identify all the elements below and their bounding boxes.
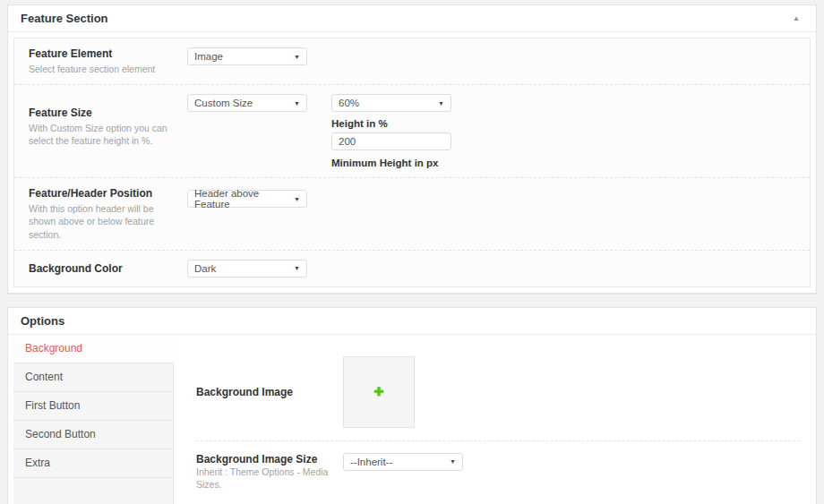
feature-element-row: Feature Element Select feature section e…	[14, 38, 810, 85]
background-image-size-labelblock: Background Image Size Inherit : Theme Op…	[196, 453, 343, 491]
feature-element-select-value: Image	[194, 51, 223, 62]
chevron-down-icon: ▼	[450, 458, 456, 465]
options-tabs: Background Content First Button Second B…	[13, 335, 174, 504]
background-image-upload[interactable]: ✚	[343, 356, 415, 428]
min-height-label: Minimum Height in px	[331, 158, 451, 168]
options-title: Options	[21, 314, 64, 328]
options-tab-content: Background Image ✚ Background Image Size…	[174, 335, 811, 504]
feature-size-row: Feature Size With Custom Size option you…	[14, 85, 810, 178]
chevron-down-icon: ▼	[294, 196, 300, 202]
chevron-down-icon: ▼	[294, 100, 300, 107]
min-height-input[interactable]	[331, 132, 451, 150]
chevron-down-icon: ▼	[294, 54, 300, 60]
tab-extra[interactable]: Extra	[13, 449, 174, 478]
background-image-labelblock: Background Image	[196, 386, 343, 398]
feature-element-select[interactable]: Image ▼	[187, 47, 307, 65]
feature-section-metabox: Feature Section ▲ Feature Element Select…	[7, 4, 817, 294]
feature-size-height-column: 60% ▼ Height in % Minimum Height in px	[331, 94, 451, 168]
background-image-row: Background Image ✚	[196, 335, 800, 441]
height-percent-select-value: 60%	[339, 98, 359, 108]
background-image-size-label: Background Image Size	[196, 453, 330, 466]
feature-header-position-labelblock: Feature/Header Position With this option…	[29, 187, 187, 241]
feature-element-labelblock: Feature Element Select feature section e…	[29, 47, 187, 75]
feature-section-header: Feature Section ▲	[8, 5, 816, 32]
options-body: Background Content First Button Second B…	[13, 335, 811, 504]
feature-header-position-row: Feature/Header Position With this option…	[14, 178, 810, 251]
background-color-select-value: Dark	[194, 263, 216, 274]
background-image-size-select[interactable]: --Inherit-- ▼	[343, 453, 463, 471]
chevron-down-icon: ▼	[438, 100, 444, 107]
options-metabox: Options Background Content First Button …	[7, 307, 817, 504]
background-color-row: Background Color Dark ▼	[14, 251, 810, 286]
background-image-size-row: Background Image Size Inherit : Theme Op…	[196, 441, 800, 504]
background-color-labelblock: Background Color	[29, 262, 187, 275]
feature-header-position-select[interactable]: Header above Feature ▼	[187, 190, 307, 208]
feature-header-position-select-value: Header above Feature	[194, 188, 290, 209]
feature-element-desc: Select feature section element	[29, 64, 155, 74]
collapse-toggle-icon[interactable]: ▲	[789, 14, 803, 22]
feature-section-fields: Feature Element Select feature section e…	[13, 38, 811, 287]
tab-first-button[interactable]: First Button	[13, 392, 174, 421]
options-header: Options	[8, 308, 816, 335]
height-percent-select[interactable]: 60% ▼	[331, 94, 451, 112]
feature-size-select[interactable]: Custom Size ▼	[187, 94, 307, 112]
add-image-icon: ✚	[374, 385, 384, 398]
background-image-label: Background Image	[196, 386, 330, 398]
feature-size-label: Feature Size	[29, 107, 175, 119]
background-color-label: Background Color	[29, 262, 175, 275]
feature-size-select-value: Custom Size	[194, 98, 253, 108]
tab-background[interactable]: Background	[13, 335, 174, 363]
feature-element-label: Feature Element	[29, 47, 175, 60]
feature-size-desc: With Custom Size option you can select t…	[29, 123, 167, 146]
feature-header-position-label: Feature/Header Position	[29, 187, 175, 200]
background-color-select[interactable]: Dark ▼	[187, 260, 307, 278]
height-percent-label: Height in %	[331, 118, 451, 129]
chevron-down-icon: ▼	[294, 265, 300, 271]
feature-size-labelblock: Feature Size With Custom Size option you…	[29, 94, 187, 168]
feature-section-title: Feature Section	[21, 12, 108, 25]
tab-content[interactable]: Content	[13, 363, 174, 392]
background-image-size-desc: Inherit : Theme Options - Media Sizes.	[196, 466, 328, 490]
background-image-size-select-value: --Inherit--	[350, 457, 392, 467]
tabs-filler	[13, 478, 174, 504]
tab-second-button[interactable]: Second Button	[13, 421, 174, 449]
feature-header-position-desc: With this option header will be shown ab…	[29, 203, 154, 239]
